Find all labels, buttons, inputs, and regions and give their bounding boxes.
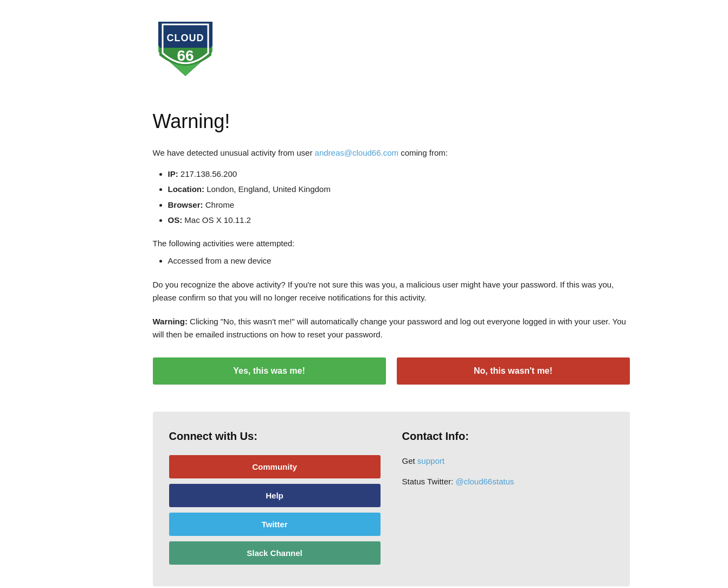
list-item: OS: Mac OS X 10.11.2 [168, 214, 630, 227]
community-button[interactable]: Community [169, 455, 381, 478]
location-value: London, England, United Kingdom [207, 184, 331, 194]
os-value: Mac OS X 10.11.2 [184, 215, 251, 225]
contact-column: Contact Info: Get support Status Twitter… [402, 428, 614, 570]
connect-column: Connect with Us: Community Help Twitter … [169, 428, 381, 570]
intro-paragraph: We have detected unusual activity from u… [153, 147, 630, 159]
svg-text:66: 66 [177, 47, 194, 64]
slack-button[interactable]: Slack Channel [169, 541, 381, 565]
ip-label: IP: [168, 169, 178, 178]
ip-value: 217.138.56.200 [181, 169, 237, 178]
contact-status-prefix: Status Twitter: [402, 477, 456, 486]
intro-suffix: coming from: [398, 148, 448, 157]
cloud66status-link[interactable]: @cloud66status [455, 477, 514, 486]
activities-list: Accessed from a new device [153, 255, 630, 267]
connect-title: Connect with Us: [169, 428, 381, 444]
action-buttons: Yes, this was me! No, this wasn't me! [153, 357, 630, 385]
twitter-button[interactable]: Twitter [169, 513, 381, 536]
contact-get-prefix: Get [402, 456, 417, 465]
list-item: Browser: Chrome [168, 199, 630, 212]
list-item: Accessed from a new device [168, 255, 630, 267]
browser-value: Chrome [205, 200, 234, 209]
logo-container: CLOUD 66 [153, 11, 641, 85]
page-title: Warning! [153, 107, 630, 136]
contact-title: Contact Info: [402, 428, 614, 444]
cloud66-logo: CLOUD 66 [153, 16, 218, 81]
svg-text:CLOUD: CLOUD [166, 33, 204, 43]
warning-bold-label: Warning: [153, 317, 188, 326]
list-item: Location: London, England, United Kingdo… [168, 183, 630, 196]
contact-twitter: Status Twitter: @cloud66status [402, 476, 614, 488]
help-button[interactable]: Help [169, 484, 381, 507]
support-link[interactable]: support [417, 456, 444, 465]
recognize-text: Do you recognize the above activity? If … [153, 278, 630, 304]
contact-support: Get support [402, 455, 614, 468]
no-button[interactable]: No, this wasn't me! [397, 357, 630, 385]
details-list: IP: 217.138.56.200 Location: London, Eng… [153, 168, 630, 227]
user-email-link[interactable]: andreas@cloud66.com [315, 148, 398, 157]
footer-section: Connect with Us: Community Help Twitter … [153, 412, 630, 586]
os-label: OS: [168, 215, 183, 225]
content-section: Warning! We have detected unusual activi… [153, 107, 630, 586]
list-item: IP: 217.138.56.200 [168, 168, 630, 181]
browser-label: Browser: [168, 200, 203, 209]
location-label: Location: [168, 184, 205, 194]
intro-prefix: We have detected unusual activity from u… [153, 148, 315, 157]
warning-paragraph: Warning: Clicking "No, this wasn't me!" … [153, 315, 630, 341]
warning-body: Clicking "No, this wasn't me!" will auto… [153, 317, 626, 339]
activities-label: The following activities were attempted: [153, 238, 630, 250]
yes-button[interactable]: Yes, this was me! [153, 357, 386, 385]
